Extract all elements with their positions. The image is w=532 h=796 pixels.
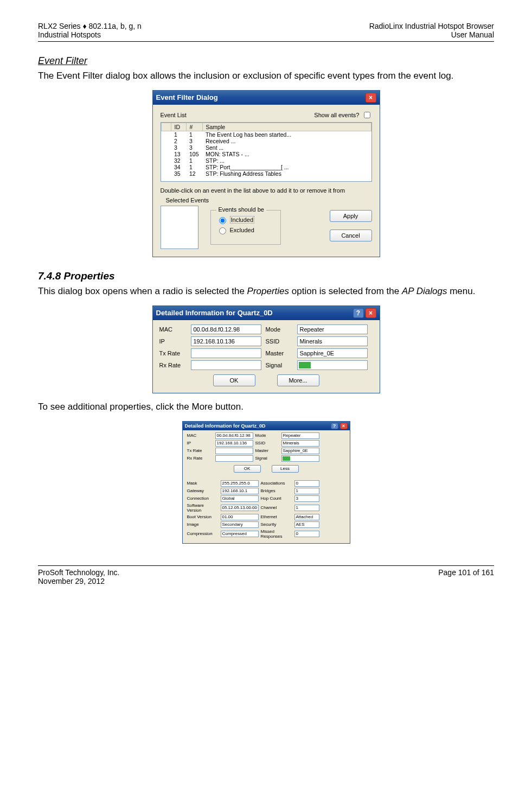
text-part: option is selected from the	[289, 286, 402, 296]
dialog-title-text: Detailed Information for Quartz_0D	[185, 423, 266, 429]
mode-field: Repeater	[297, 324, 368, 334]
cell-id: 1	[171, 131, 186, 138]
missed-field: 0	[294, 531, 319, 537]
softver-field: 05.12.05.13.00.00	[221, 505, 259, 511]
signal-label: Signal	[255, 456, 279, 461]
rxrate-field	[215, 455, 253, 462]
event-filter-heading: Event Filter	[38, 55, 494, 67]
list-item[interactable]: 321STP: ...	[161, 157, 371, 164]
rxrate-label: Rx Rate	[187, 456, 213, 461]
channel-label: Channel	[261, 505, 292, 510]
col-id[interactable]: ID	[171, 123, 186, 131]
channel-field: 1	[294, 505, 319, 511]
txrate-field	[215, 448, 253, 454]
footer-pagenum: Page 101 of 161	[438, 568, 494, 585]
between-text: To see additional properties, click the …	[38, 401, 494, 413]
header-left-bottom: Industrial Hotspots	[38, 30, 142, 39]
ip-field: 192.168.10.136	[191, 336, 261, 346]
show-all-label: Show all events?	[314, 112, 359, 118]
dialog-titlebar[interactable]: Detailed Information for Quartz_0D ? ×	[153, 306, 380, 320]
list-item[interactable]: 3512STP: Flushing Address Tables	[161, 170, 371, 177]
master-label: Master	[255, 448, 279, 453]
cell-count: 12	[186, 170, 202, 177]
ssid-field: Minerals	[297, 336, 368, 346]
header-left: RLX2 Series ♦ 802.11a, b, g, n Industria…	[38, 22, 142, 39]
signal-bar-icon	[299, 362, 311, 368]
dialog-titlebar[interactable]: Event Filter Dialog ×	[153, 91, 380, 105]
close-icon[interactable]: ×	[340, 423, 348, 429]
bootver-field: 01.00	[221, 514, 259, 520]
header-right-top: RadioLinx Industrial Hotspot Browser	[369, 22, 494, 30]
radio-excluded-label[interactable]: Excluded	[216, 226, 275, 234]
close-icon[interactable]: ×	[366, 308, 376, 318]
cell-count: 3	[186, 144, 202, 151]
dialog-titlebar[interactable]: Detailed Information for Quartz_0D ? ×	[183, 422, 350, 430]
cell-id: 32	[171, 157, 186, 164]
radio-included[interactable]	[219, 217, 226, 224]
master-field: Sapphire_0E	[297, 348, 368, 358]
selected-events-label: Selected Events	[161, 197, 372, 203]
apply-button[interactable]: Apply	[330, 210, 372, 222]
list-item[interactable]: 13105MON: STATS - ...	[161, 151, 371, 157]
radio-excluded[interactable]	[219, 227, 226, 234]
ok-button[interactable]: OK	[213, 374, 255, 386]
dialog-title-text: Detailed Information for Quartz_0D	[156, 309, 273, 317]
ethernet-field: Attached	[294, 514, 319, 520]
cell-sample: Sent ...	[202, 144, 371, 151]
mask-field: 255.255.255.0	[221, 480, 259, 487]
event-filter-hint: Double-click on an event in the list abo…	[161, 187, 372, 194]
mac-label: MAC	[159, 326, 187, 333]
properties-heading: 7.4.8 Properties	[38, 270, 494, 282]
txrate-label: Tx Rate	[159, 350, 187, 356]
show-all-checkbox[interactable]	[364, 112, 370, 118]
help-icon[interactable]: ?	[331, 423, 338, 429]
radio-included-label[interactable]: Included	[216, 215, 275, 224]
detailed-info-expanded-dialog: Detailed Information for Quartz_0D ? × M…	[182, 421, 350, 544]
cell-id: 34	[171, 164, 186, 170]
page-footer: ProSoft Technology, Inc. November 29, 20…	[38, 565, 494, 585]
signal-bar-icon	[283, 456, 290, 461]
compression-label: Compression	[187, 531, 219, 536]
compression-field: Compressed	[221, 531, 259, 537]
col-count[interactable]: #	[186, 123, 202, 131]
bridges-field: 1	[294, 488, 319, 494]
mode-label: Mode	[266, 326, 293, 333]
txrate-label: Tx Rate	[187, 448, 213, 453]
footer-company: ProSoft Technology, Inc.	[38, 568, 119, 577]
event-list[interactable]: ID # Sample 11The Event Log has been sta…	[161, 122, 372, 182]
master-label: Master	[266, 350, 293, 356]
selected-events-list[interactable]	[161, 206, 198, 249]
less-button[interactable]: Less	[272, 465, 299, 473]
security-label: Security	[261, 522, 292, 527]
cell-sample: Received ...	[202, 138, 371, 144]
dialog-title-text: Event Filter Dialog	[156, 93, 218, 101]
help-icon[interactable]: ?	[353, 308, 364, 318]
col-blank[interactable]	[161, 123, 171, 131]
cell-count: 1	[186, 164, 202, 170]
footer-date: November 29, 2012	[38, 577, 119, 585]
signal-label: Signal	[266, 362, 293, 368]
list-item[interactable]: 11The Event Log has been started...	[161, 131, 371, 138]
text-part: menu.	[447, 286, 475, 296]
col-sample[interactable]: Sample	[202, 123, 371, 131]
signal-field	[281, 455, 319, 462]
cancel-button[interactable]: Cancel	[330, 230, 372, 241]
event-filter-dialog: Event Filter Dialog × Event List Show al…	[152, 90, 380, 257]
list-item[interactable]: 33Sent ...	[161, 144, 371, 151]
detailed-info-dialog: Detailed Information for Quartz_0D ? × M…	[152, 305, 380, 393]
properties-intro: This dialog box opens when a radio is se…	[38, 285, 494, 298]
assoc-field: 0	[294, 480, 319, 487]
cell-count: 1	[186, 131, 202, 138]
radio-legend: Events should be	[216, 206, 266, 213]
hopcount-field: 3	[294, 495, 319, 502]
list-item[interactable]: 23Received ...	[161, 138, 371, 144]
ssid-label: SSID	[266, 338, 293, 345]
cell-id: 3	[171, 144, 186, 151]
close-icon[interactable]: ×	[366, 93, 376, 103]
more-button[interactable]: More...	[277, 374, 319, 386]
list-item[interactable]: 341STP: Port________________[ ...	[161, 164, 371, 170]
connection-field: Global	[221, 495, 259, 502]
rxrate-field	[191, 360, 261, 370]
header-left-top: RLX2 Series ♦ 802.11a, b, g, n	[38, 22, 142, 30]
ok-button[interactable]: OK	[234, 465, 261, 473]
